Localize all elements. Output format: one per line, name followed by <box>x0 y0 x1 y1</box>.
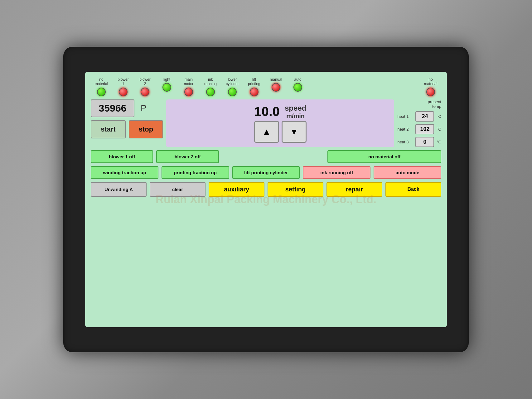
speed-value: 10.0 <box>254 104 280 119</box>
no-material-off-button[interactable]: no material off <box>327 150 441 163</box>
led-light <box>162 83 171 92</box>
heat2-unit: °C <box>437 127 441 132</box>
p-label: P <box>138 103 149 113</box>
heat2-row: heat 2 102 °C <box>397 124 441 134</box>
led-lift-printing <box>250 88 259 96</box>
status-label-blower1: blower1 <box>118 77 128 86</box>
led-no-material2 <box>426 88 435 96</box>
unwinding-a-button[interactable]: Unwinding A <box>91 182 147 197</box>
speed-section: 10.0 speed m/min ▲ ▼ <box>166 99 394 147</box>
led-blower1 <box>119 88 128 96</box>
status-lift-printing: liftprinting <box>245 77 264 96</box>
status-label-no-material2: nomaterial <box>424 77 438 86</box>
heat2-label: heat 2 <box>397 127 413 132</box>
auxiliary-button[interactable]: auxiliary <box>209 182 264 197</box>
status-auto: auto <box>288 77 307 92</box>
repair-button[interactable]: repair <box>326 182 382 197</box>
heat1-value: 24 <box>415 111 434 122</box>
winding-traction-button[interactable]: winding traction up <box>91 166 158 179</box>
led-no-material <box>97 88 106 96</box>
back-button[interactable]: Back <box>385 182 441 197</box>
status-light: light <box>157 77 176 92</box>
status-label-blower2: blower2 <box>139 77 150 86</box>
led-manual <box>272 83 280 92</box>
status-blower2: blower2 <box>136 77 154 96</box>
speed-unit: m/min <box>286 113 305 120</box>
heat2-value: 102 <box>415 124 434 134</box>
speed-controls: ▲ ▼ <box>254 121 307 143</box>
ink-running-off-button[interactable]: ink running off <box>303 166 370 179</box>
traction-row: winding traction up printing traction up… <box>91 166 441 179</box>
status-ink-running: inkrunning <box>201 77 220 96</box>
screen: Ruian Xinpai Packing Machinery Co., Ltd.… <box>85 72 447 327</box>
speed-label: speed <box>285 104 306 113</box>
status-manual: manual <box>267 77 285 92</box>
speed-up-button[interactable]: ▲ <box>254 121 279 143</box>
heat1-unit: °C <box>437 114 441 119</box>
setting-button[interactable]: setting <box>268 182 323 197</box>
present-temp-label: presenttemp <box>397 99 441 109</box>
stop-button[interactable]: stop <box>129 120 163 138</box>
status-label-lift-printing: liftprinting <box>248 77 260 86</box>
start-button[interactable]: start <box>91 120 126 138</box>
blower-row: blower 1 off blower 2 off no material of… <box>91 150 441 163</box>
heat3-value: 0 <box>415 137 434 147</box>
machine-frame: Ruian Xinpai Packing Machinery Co., Ltd.… <box>63 47 469 352</box>
heat-section: presenttemp heat 1 24 °C heat 2 102 °C h… <box>397 99 441 147</box>
clear-button[interactable]: clear <box>150 182 206 197</box>
auto-mode-button[interactable]: auto mode <box>374 166 441 179</box>
status-label-ink-running: inkrunning <box>204 77 217 86</box>
led-main-motor <box>184 88 193 96</box>
led-auto <box>293 83 302 92</box>
heat3-label: heat 3 <box>397 140 413 144</box>
status-label-auto: auto <box>294 77 301 82</box>
status-blower1: blower1 <box>114 77 133 96</box>
led-blower2 <box>141 88 149 96</box>
blower1-off-button[interactable]: blower 1 off <box>91 150 153 163</box>
heat3-row: heat 3 0 °C <box>397 137 441 147</box>
speed-down-button[interactable]: ▼ <box>282 121 307 143</box>
heat1-row: heat 1 24 °C <box>397 111 441 122</box>
status-label-no-material: nomaterial <box>95 77 108 86</box>
blower2-off-button[interactable]: blower 2 off <box>156 150 219 163</box>
status-no-material2: nomaterial <box>421 77 440 96</box>
status-lower-cylinder: lowercylinder <box>223 77 242 96</box>
printing-traction-button[interactable]: printing traction up <box>162 166 229 179</box>
status-row: nomaterial blower1 blower2 light mainmot… <box>91 77 441 96</box>
status-main-motor: mainmotor <box>179 77 198 96</box>
status-label-lower-cylinder: lowercylinder <box>226 77 239 86</box>
led-ink-running <box>206 88 215 96</box>
heat1-label: heat 1 <box>397 114 413 119</box>
lift-printing-cylinder-button[interactable]: lift printing cylinder <box>232 166 300 179</box>
status-label-main-motor: mainmotor <box>184 77 194 86</box>
status-no-material: nomaterial <box>92 77 111 96</box>
heat3-unit: °C <box>437 140 441 144</box>
main-content-row: 35966 P start stop 10.0 speed m/mi <box>91 99 441 147</box>
status-label-manual: manual <box>270 77 282 82</box>
nav-row: Unwinding A clear auxiliary setting repa… <box>91 182 441 197</box>
counter-display: 35966 <box>91 99 134 117</box>
status-label-light: light <box>163 77 170 82</box>
led-lower-cylinder <box>228 88 237 96</box>
